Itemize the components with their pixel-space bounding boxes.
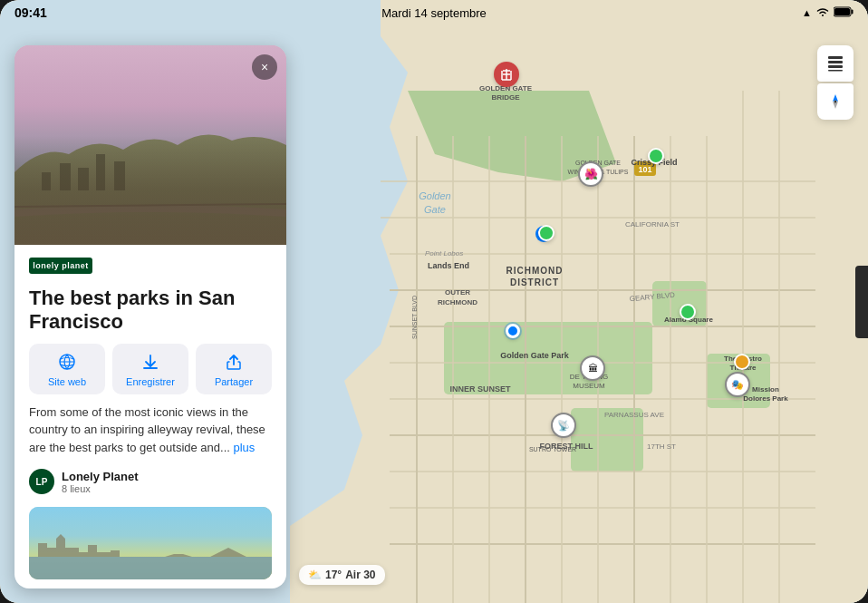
pin-sutro[interactable]: 📡 [551, 413, 576, 438]
home-button[interactable] [855, 266, 868, 338]
side-panel: × lonely planet The best parks in San Fr… [14, 45, 286, 588]
weather-badge: ⛅ 17° Air 30 [299, 565, 385, 585]
weather-condition: Air 30 [345, 569, 375, 581]
svg-rect-61 [852, 9, 854, 14]
share-button[interactable]: Partager [196, 344, 272, 394]
svg-rect-71 [828, 70, 843, 72]
layers-icon [825, 53, 845, 73]
pin-route1[interactable] [538, 225, 555, 241]
pin-deyoung[interactable]: 🏛 [580, 355, 605, 381]
svg-rect-69 [828, 61, 843, 63]
hero-overlay [14, 136, 286, 245]
signal-icon: ▲ [802, 7, 812, 18]
pin-golden-gate[interactable] [494, 62, 519, 87]
svg-rect-67 [29, 557, 272, 579]
pin-alamo[interactable] [680, 304, 696, 320]
svg-rect-68 [828, 56, 843, 59]
website-label: Site web [48, 376, 86, 387]
panel-title-text: The best parks in San Francisco [29, 287, 235, 333]
user-location [506, 324, 520, 338]
svg-text:Lands End: Lands End [428, 261, 469, 270]
weather-icon: ⛅ [308, 569, 322, 581]
svg-text:RICHMOND: RICHMOND [506, 266, 564, 276]
save-icon [140, 351, 161, 373]
share-icon [223, 351, 245, 373]
pin-castro[interactable]: 🎭 [725, 372, 750, 397]
panel-hero: × [14, 45, 286, 245]
battery-icon [834, 6, 854, 20]
status-right: ▲ [802, 6, 854, 20]
svg-text:SUTRO TOWER: SUTRO TOWER [529, 446, 576, 452]
svg-text:Gate: Gate [424, 204, 446, 215]
svg-rect-62 [834, 8, 850, 15]
svg-rect-70 [828, 65, 843, 68]
panel-content: lonely planet The best parks in San Fran… [14, 245, 286, 588]
close-icon: × [261, 60, 268, 74]
website-icon [56, 351, 78, 373]
svg-point-72 [834, 101, 837, 103]
svg-text:DISTRICT: DISTRICT [510, 277, 559, 287]
svg-text:Mission: Mission [752, 385, 779, 394]
svg-text:SUNSET BLVD: SUNSET BLVD [411, 296, 418, 339]
weather-temp: 17° [325, 569, 342, 581]
read-more-link[interactable]: plus [234, 441, 256, 454]
description-text: From some of the most iconic views in th… [29, 405, 265, 454]
svg-text:MUSEUM: MUSEUM [573, 382, 605, 390]
layers-button[interactable] [817, 45, 854, 82]
device-frame: 101 1 Golden Gate GOLDEN GATE BRIDGE Cri… [0, 0, 868, 603]
compass-icon [826, 92, 844, 111]
close-button[interactable]: × [252, 54, 277, 80]
source-row: LP Lonely Planet 8 lieux [29, 465, 272, 498]
save-button[interactable]: Enregistrer [112, 344, 188, 394]
svg-text:PARNASSUS AVE: PARNASSUS AVE [604, 411, 664, 419]
pin-dolores[interactable] [734, 354, 750, 370]
status-time: 09:41 [14, 5, 47, 20]
svg-text:Golden: Golden [419, 190, 450, 201]
status-bar: 09:41 Mardi 14 septembre ▲ [0, 0, 868, 25]
brand-text: lonely planet [33, 261, 89, 270]
pin-windmill[interactable]: 🌺 [578, 161, 603, 187]
panel-description: From some of the most iconic views in th… [29, 404, 272, 457]
status-left: 09:41 [14, 5, 47, 20]
wifi-icon [815, 6, 830, 20]
svg-text:RICHMOND: RICHMOND [438, 298, 477, 306]
svg-text:OUTER: OUTER [445, 288, 470, 297]
save-label: Enregistrer [126, 376, 175, 387]
svg-text:Point Lobos: Point Lobos [425, 249, 463, 258]
source-name: Lonely Planet [62, 470, 139, 483]
panel-thumbnail [29, 507, 272, 579]
svg-text:Golden Gate Park: Golden Gate Park [500, 351, 570, 360]
panel-title: The best parks in San Francisco [29, 287, 272, 335]
action-buttons: Site web Enregistrer Partager [29, 344, 272, 394]
source-avatar: LP [29, 469, 54, 494]
pin-crissy-field[interactable] [648, 148, 664, 164]
svg-text:17TH ST: 17TH ST [647, 443, 676, 451]
lp-logo: lonely planet [29, 258, 92, 274]
share-label: Partager [215, 376, 253, 387]
source-count: 8 lieux [62, 483, 139, 494]
source-info: Lonely Planet 8 lieux [62, 470, 139, 494]
status-date: Mardi 14 septembre [381, 6, 487, 20]
svg-text:CALIFORNIA ST: CALIFORNIA ST [625, 220, 680, 229]
brand-badge: lonely planet [29, 258, 272, 274]
location-button[interactable] [817, 83, 854, 120]
svg-text:BRIDGE: BRIDGE [491, 93, 520, 102]
map-toolbar [817, 45, 854, 120]
svg-text:INNER SUNSET: INNER SUNSET [449, 384, 511, 394]
website-button[interactable]: Site web [29, 344, 105, 394]
